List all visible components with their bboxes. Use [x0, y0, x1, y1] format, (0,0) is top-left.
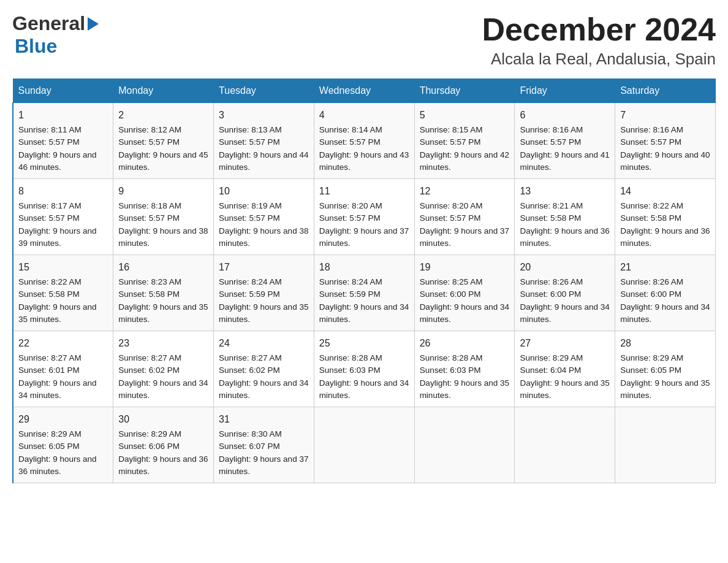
calendar-cell: 16Sunrise: 8:23 AMSunset: 5:58 PMDayligh… [113, 255, 214, 331]
calendar-cell: 18Sunrise: 8:24 AMSunset: 5:59 PMDayligh… [314, 255, 414, 331]
day-number: 3 [219, 108, 309, 123]
day-info: Sunrise: 8:30 AMSunset: 6:07 PMDaylight:… [219, 429, 308, 476]
header-saturday: Saturday [615, 79, 716, 103]
calendar-cell: 27Sunrise: 8:29 AMSunset: 6:04 PMDayligh… [515, 331, 615, 407]
day-number: 30 [118, 412, 208, 427]
calendar-cell: 19Sunrise: 8:25 AMSunset: 6:00 PMDayligh… [414, 255, 515, 331]
day-info: Sunrise: 8:17 AMSunset: 5:57 PMDaylight:… [18, 201, 97, 248]
calendar-cell: 25Sunrise: 8:28 AMSunset: 6:03 PMDayligh… [314, 331, 414, 407]
svg-marker-0 [88, 17, 99, 31]
day-number: 22 [18, 336, 108, 351]
day-number: 19 [420, 260, 510, 275]
header-tuesday: Tuesday [214, 79, 314, 103]
day-info: Sunrise: 8:22 AMSunset: 5:58 PMDaylight:… [18, 277, 97, 324]
day-info: Sunrise: 8:24 AMSunset: 5:59 PMDaylight:… [319, 277, 409, 324]
day-info: Sunrise: 8:12 AMSunset: 5:57 PMDaylight:… [118, 125, 208, 172]
day-number: 5 [420, 108, 510, 123]
calendar-cell: 31Sunrise: 8:30 AMSunset: 6:07 PMDayligh… [214, 407, 314, 483]
day-number: 17 [219, 260, 309, 275]
calendar-cell: 14Sunrise: 8:22 AMSunset: 5:58 PMDayligh… [615, 179, 716, 255]
day-number: 12 [420, 184, 510, 199]
calendar-cell: 1Sunrise: 8:11 AMSunset: 5:57 PMDaylight… [13, 103, 113, 179]
logo-general-text: General [12, 12, 85, 35]
calendar-cell [414, 407, 515, 483]
day-info: Sunrise: 8:19 AMSunset: 5:57 PMDaylight:… [219, 201, 308, 248]
calendar-week-3: 15Sunrise: 8:22 AMSunset: 5:58 PMDayligh… [13, 255, 716, 331]
day-number: 26 [420, 336, 510, 351]
day-number: 10 [219, 184, 309, 199]
calendar-cell: 24Sunrise: 8:27 AMSunset: 6:02 PMDayligh… [214, 331, 314, 407]
day-number: 28 [620, 336, 710, 351]
day-number: 9 [118, 184, 208, 199]
day-info: Sunrise: 8:14 AMSunset: 5:57 PMDaylight:… [319, 125, 409, 172]
day-info: Sunrise: 8:20 AMSunset: 5:57 PMDaylight:… [319, 201, 409, 248]
calendar-cell: 12Sunrise: 8:20 AMSunset: 5:57 PMDayligh… [414, 179, 515, 255]
day-number: 14 [620, 184, 710, 199]
calendar-cell: 21Sunrise: 8:26 AMSunset: 6:00 PMDayligh… [615, 255, 716, 331]
calendar-cell: 15Sunrise: 8:22 AMSunset: 5:58 PMDayligh… [13, 255, 113, 331]
day-number: 11 [319, 184, 409, 199]
day-number: 1 [18, 108, 108, 123]
header-friday: Friday [515, 79, 615, 103]
calendar-week-4: 22Sunrise: 8:27 AMSunset: 6:01 PMDayligh… [13, 331, 716, 407]
day-info: Sunrise: 8:18 AMSunset: 5:57 PMDaylight:… [118, 201, 208, 248]
day-number: 2 [118, 108, 208, 123]
calendar-week-1: 1Sunrise: 8:11 AMSunset: 5:57 PMDaylight… [13, 103, 716, 179]
page-title: December 2024 [482, 12, 716, 47]
calendar-cell: 7Sunrise: 8:16 AMSunset: 5:57 PMDaylight… [615, 103, 716, 179]
day-info: Sunrise: 8:16 AMSunset: 5:57 PMDaylight:… [520, 125, 609, 172]
calendar-cell: 23Sunrise: 8:27 AMSunset: 6:02 PMDayligh… [113, 331, 214, 407]
calendar-cell [314, 407, 414, 483]
calendar-week-2: 8Sunrise: 8:17 AMSunset: 5:57 PMDaylight… [13, 179, 716, 255]
calendar-week-5: 29Sunrise: 8:29 AMSunset: 6:05 PMDayligh… [13, 407, 716, 483]
calendar-cell: 29Sunrise: 8:29 AMSunset: 6:05 PMDayligh… [13, 407, 113, 483]
calendar-cell: 10Sunrise: 8:19 AMSunset: 5:57 PMDayligh… [214, 179, 314, 255]
calendar-table: SundayMondayTuesdayWednesdayThursdayFrid… [12, 79, 716, 483]
calendar-cell: 6Sunrise: 8:16 AMSunset: 5:57 PMDaylight… [515, 103, 615, 179]
page-header: General Blue December 2024 Alcala la Rea… [12, 12, 716, 69]
calendar-cell: 2Sunrise: 8:12 AMSunset: 5:57 PMDaylight… [113, 103, 214, 179]
day-number: 29 [18, 412, 108, 427]
logo-blue-text: Blue [15, 35, 57, 57]
calendar-cell [515, 407, 615, 483]
day-info: Sunrise: 8:16 AMSunset: 5:57 PMDaylight:… [620, 125, 710, 172]
day-info: Sunrise: 8:24 AMSunset: 5:59 PMDaylight:… [219, 277, 308, 324]
day-number: 23 [118, 336, 208, 351]
day-info: Sunrise: 8:29 AMSunset: 6:05 PMDaylight:… [620, 353, 710, 400]
logo: General Blue [12, 12, 99, 58]
calendar-cell: 20Sunrise: 8:26 AMSunset: 6:00 PMDayligh… [515, 255, 615, 331]
day-info: Sunrise: 8:22 AMSunset: 5:58 PMDaylight:… [620, 201, 710, 248]
day-number: 31 [219, 412, 309, 427]
day-number: 6 [520, 108, 610, 123]
logo-triangle-icon [88, 17, 99, 33]
calendar-cell: 5Sunrise: 8:15 AMSunset: 5:57 PMDaylight… [414, 103, 515, 179]
calendar-cell: 28Sunrise: 8:29 AMSunset: 6:05 PMDayligh… [615, 331, 716, 407]
calendar-cell [615, 407, 716, 483]
day-info: Sunrise: 8:29 AMSunset: 6:05 PMDaylight:… [18, 429, 97, 476]
day-number: 4 [319, 108, 409, 123]
day-info: Sunrise: 8:27 AMSunset: 6:01 PMDaylight:… [18, 353, 97, 400]
day-info: Sunrise: 8:21 AMSunset: 5:58 PMDaylight:… [520, 201, 609, 248]
day-info: Sunrise: 8:13 AMSunset: 5:57 PMDaylight:… [219, 125, 308, 172]
header-monday: Monday [113, 79, 214, 103]
calendar-cell: 9Sunrise: 8:18 AMSunset: 5:57 PMDaylight… [113, 179, 214, 255]
calendar-header-row: SundayMondayTuesdayWednesdayThursdayFrid… [13, 79, 716, 103]
day-info: Sunrise: 8:15 AMSunset: 5:57 PMDaylight:… [420, 125, 509, 172]
day-info: Sunrise: 8:29 AMSunset: 6:06 PMDaylight:… [118, 429, 208, 476]
day-number: 15 [18, 260, 108, 275]
day-info: Sunrise: 8:26 AMSunset: 6:00 PMDaylight:… [520, 277, 609, 324]
day-info: Sunrise: 8:27 AMSunset: 6:02 PMDaylight:… [118, 353, 208, 400]
day-number: 8 [18, 184, 108, 199]
calendar-cell: 4Sunrise: 8:14 AMSunset: 5:57 PMDaylight… [314, 103, 414, 179]
day-number: 24 [219, 336, 309, 351]
day-number: 25 [319, 336, 409, 351]
day-number: 18 [319, 260, 409, 275]
calendar-cell: 8Sunrise: 8:17 AMSunset: 5:57 PMDaylight… [13, 179, 113, 255]
day-number: 27 [520, 336, 610, 351]
day-info: Sunrise: 8:27 AMSunset: 6:02 PMDaylight:… [219, 353, 308, 400]
page-subtitle: Alcala la Real, Andalusia, Spain [482, 50, 716, 69]
day-info: Sunrise: 8:29 AMSunset: 6:04 PMDaylight:… [520, 353, 609, 400]
title-area: December 2024 Alcala la Real, Andalusia,… [482, 12, 716, 69]
calendar-cell: 13Sunrise: 8:21 AMSunset: 5:58 PMDayligh… [515, 179, 615, 255]
calendar-cell: 3Sunrise: 8:13 AMSunset: 5:57 PMDaylight… [214, 103, 314, 179]
